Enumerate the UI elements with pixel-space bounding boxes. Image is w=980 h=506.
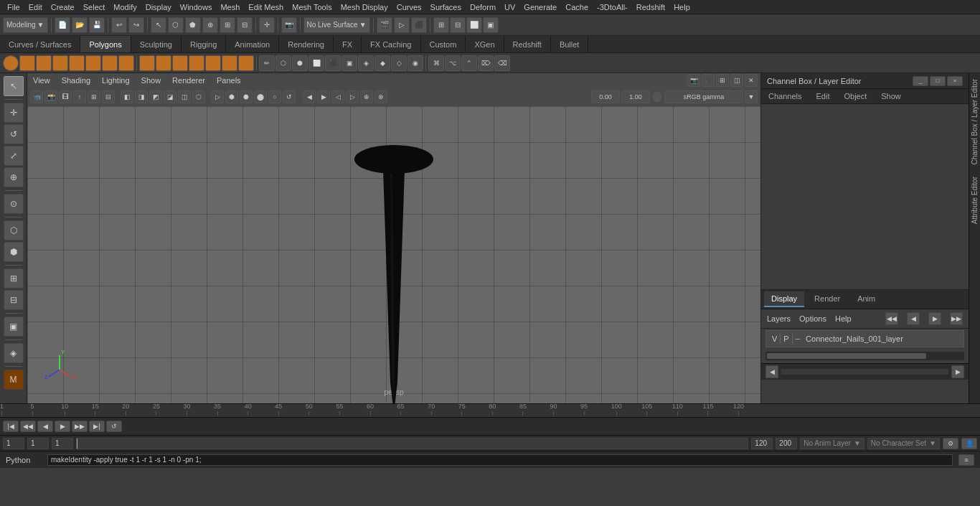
menu-create[interactable]: Create — [47, 0, 79, 14]
icon-pencil[interactable]: ✏ — [259, 55, 275, 71]
render3-btn[interactable]: ⬛ — [411, 17, 427, 33]
snap-curve-btn[interactable]: ⊟ — [4, 290, 24, 310]
tab-bullet[interactable]: Bullet — [551, 36, 589, 52]
vpt-color-val[interactable]: 0.00 — [591, 90, 620, 103]
status-range-end[interactable]: 120 — [751, 438, 773, 449]
vpt-cam-icon[interactable]: 📹 — [30, 90, 43, 103]
menu-mesh[interactable]: Mesh — [216, 0, 244, 14]
layout3-btn[interactable]: ⬜ — [466, 17, 482, 33]
icon-extract[interactable]: ◇ — [391, 55, 407, 71]
status-field2[interactable]: 1 — [27, 438, 49, 449]
vp-menu-shading[interactable]: Shading — [56, 73, 96, 88]
command-input[interactable]: makeIdentity -apply true -t 1 -r 1 -s 1 … — [47, 454, 953, 466]
soft-select-btn[interactable]: ⊙ — [4, 194, 24, 214]
python-mode-label[interactable]: Python — [6, 456, 42, 464]
menu-surfaces[interactable]: Surfaces — [426, 0, 466, 14]
vpt-iso-icon[interactable]: ⬡ — [192, 90, 205, 103]
vp-icon-camera[interactable]: 📷 — [687, 74, 700, 87]
menu-windows[interactable]: Windows — [176, 0, 217, 14]
panel-tab-render[interactable]: Render — [807, 291, 847, 307]
icon-fill[interactable]: ⌦ — [478, 55, 494, 71]
menu-edit[interactable]: Edit — [24, 0, 47, 14]
menu-edit-mesh[interactable]: Edit Mesh — [244, 0, 288, 14]
menu-curves[interactable]: Curves — [392, 0, 426, 14]
panel-tab-display[interactable]: Display — [764, 291, 804, 307]
layer-p-cell[interactable]: P — [783, 334, 788, 343]
vpt-aa-icon[interactable]: ⬤ — [254, 90, 267, 103]
layer-scroll-thumb[interactable] — [767, 353, 926, 359]
layout2-btn[interactable]: ⊟ — [450, 17, 466, 33]
channel-box-strip-label[interactable]: Channel Box / Layer Editor — [969, 73, 980, 171]
transform-btn[interactable]: ✛ — [259, 17, 275, 33]
lasso-btn[interactable]: ⬡ — [168, 17, 184, 33]
vpt-display6-icon[interactable]: ⊗ — [374, 90, 387, 103]
vp-icon-x[interactable]: ✕ — [745, 74, 758, 87]
scale-tool-btn[interactable]: ⤢ — [4, 146, 24, 166]
char-set-btn[interactable]: 👤 — [961, 438, 977, 449]
tab-xgen[interactable]: XGen — [466, 36, 504, 52]
vpt-display4-icon[interactable]: ▷ — [346, 90, 359, 103]
maya-icon-btn[interactable]: M — [4, 370, 24, 390]
anim-layer-dropdown[interactable]: No Anim Layer ▼ — [800, 438, 864, 449]
icon-geo6[interactable] — [205, 55, 221, 71]
tab-animation[interactable]: Animation — [226, 36, 279, 52]
icon-geo8[interactable] — [238, 55, 254, 71]
play-next-btn[interactable]: ▶▶ — [72, 421, 88, 432]
play-next-key-btn[interactable]: ▶| — [89, 421, 105, 432]
vp-menu-panels[interactable]: Panels — [211, 73, 247, 88]
vpt-mesh-icon[interactable]: ⊟ — [102, 90, 115, 103]
icon-combine[interactable]: ◈ — [358, 55, 374, 71]
icon-merge[interactable]: ◆ — [374, 55, 390, 71]
vpt-aa2-icon[interactable]: ○ — [268, 90, 281, 103]
menu-display[interactable]: Display — [141, 0, 176, 14]
icon-connect[interactable]: ⬛ — [325, 55, 341, 71]
open-file-btn[interactable]: 📂 — [72, 17, 88, 33]
icon-unfold[interactable]: ⌫ — [494, 55, 510, 71]
redo-btn[interactable]: ↪ — [128, 17, 144, 33]
vpt-alpha-val[interactable]: 1.00 — [621, 90, 650, 103]
tab-fx[interactable]: FX — [334, 36, 362, 52]
vpt-colorspace-dropdown[interactable]: sRGB gamma — [664, 90, 743, 103]
icon-helix[interactable] — [118, 55, 134, 71]
tab-sculpting[interactable]: Sculpting — [131, 36, 182, 52]
icon-geo3[interactable] — [156, 55, 171, 71]
render-region-btn[interactable]: ▣ — [4, 317, 24, 337]
snap-btn[interactable]: ⊕ — [202, 17, 218, 33]
vpt-grid-icon[interactable]: ⊞ — [88, 90, 100, 103]
panel-collapse-btn[interactable]: _ — [913, 76, 928, 86]
layer-v-cell[interactable]: V — [772, 334, 777, 343]
play-prev-key-btn[interactable]: |◀ — [3, 421, 19, 432]
paint-btn[interactable]: ⬟ — [185, 17, 201, 33]
icon-sphere[interactable] — [3, 55, 19, 71]
icon-geo5[interactable] — [189, 55, 204, 71]
vp-icon-sel[interactable]: ⊞ — [716, 74, 729, 87]
cb-tab-channels[interactable]: Channels — [761, 89, 809, 103]
render2-btn[interactable]: ▷ — [394, 17, 410, 33]
vpt-smooth-icon[interactable]: ◪ — [164, 90, 176, 103]
show-manip-btn[interactable]: ⬡ — [4, 220, 24, 240]
icon-booleans[interactable]: ◉ — [407, 55, 423, 71]
icon-geo7[interactable] — [222, 55, 237, 71]
vp-icon-iso[interactable]: ◫ — [730, 74, 743, 87]
manip2-btn[interactable]: ⬢ — [4, 242, 24, 262]
layer-menu-layers[interactable]: Layers — [767, 314, 791, 323]
undo-btn[interactable]: ↩ — [111, 17, 127, 33]
new-file-btn[interactable]: 📄 — [55, 17, 70, 33]
script-editor-btn[interactable]: ≡ — [958, 454, 974, 466]
status-max-val[interactable]: 200 — [776, 438, 797, 449]
vpt-cs-arrow[interactable]: ▼ — [745, 90, 758, 103]
menu-help[interactable]: Help — [669, 0, 694, 14]
vp-menu-show[interactable]: Show — [136, 73, 167, 88]
vpt-display2-icon[interactable]: ▶ — [317, 90, 330, 103]
move-tool-btn[interactable]: ✛ — [4, 103, 24, 123]
layer-menu-help[interactable]: Help — [835, 314, 852, 323]
save-file-btn[interactable]: 💾 — [89, 17, 105, 33]
icon-extrude[interactable]: ⬡ — [275, 55, 291, 71]
tab-fx-caching[interactable]: FX Caching — [362, 36, 420, 52]
menu-mesh-tools[interactable]: Mesh Tools — [288, 0, 336, 14]
vp-menu-lighting[interactable]: Lighting — [96, 73, 136, 88]
play-loop-btn[interactable]: ↺ — [106, 421, 122, 432]
vpt-play-icon[interactable]: ▷ — [211, 90, 224, 103]
vpt-arrow-icon[interactable]: ↑ — [73, 90, 86, 103]
render1-btn[interactable]: 🎬 — [377, 17, 392, 33]
